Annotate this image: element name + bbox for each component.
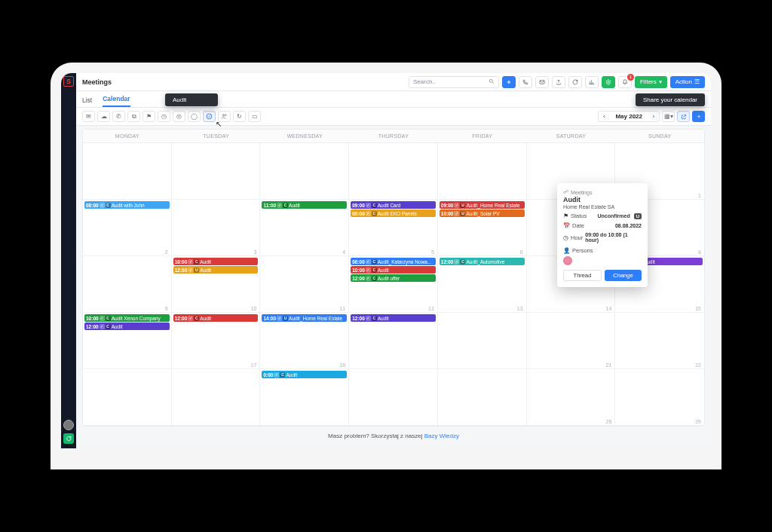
calendar-cell[interactable]: 10:00✓CAudit Xenon Company12:00✓CAudit <box>83 313 172 369</box>
flag-icon: ⚑ <box>563 212 568 219</box>
tool-camera-icon[interactable]: ⧉ <box>127 111 140 122</box>
tool-phone-icon[interactable]: ✆ <box>112 111 125 122</box>
calendar-event[interactable]: 08:00✓CAudit_Katarzyna Nowa... <box>351 258 436 265</box>
tab-list[interactable]: List <box>82 96 92 107</box>
hdr-sat: SATURDAY <box>527 130 616 142</box>
month-prev[interactable]: ‹ <box>599 113 609 120</box>
thread-button[interactable]: Thread <box>563 270 602 281</box>
calendar-cell[interactable] <box>83 369 172 426</box>
refresh-button[interactable] <box>568 76 582 88</box>
day-number: 21 <box>605 362 611 368</box>
calendar-event[interactable]: 14:00✓UAudit_Home Real Estate <box>262 314 347 322</box>
calendar-cell[interactable]: 0:00✓CAudit <box>260 369 349 426</box>
tool-people-icon[interactable] <box>218 111 231 122</box>
calendar-event[interactable]: 10:00✓CAudit <box>351 266 436 274</box>
search-input[interactable]: Search.. <box>409 76 499 88</box>
calendar-cell[interactable] <box>438 313 527 369</box>
calendar-event[interactable]: 10:00✓CAudit <box>173 258 259 265</box>
settings-button[interactable] <box>602 76 615 88</box>
tool-mail-icon[interactable]: ✉ <box>82 111 95 122</box>
calendar-event[interactable]: 08:00✓CAudit with John <box>84 201 170 209</box>
calendar-event[interactable]: 09:00✓CAudit EKO Panels <box>351 209 436 217</box>
calendar-cell[interactable] <box>349 369 438 426</box>
tool-flag-icon[interactable]: ⚑ <box>142 111 155 122</box>
change-button[interactable]: Change <box>605 270 642 281</box>
month-navigator: ‹ May 2022 › <box>598 111 660 122</box>
calendar-cell[interactable]: 208:00✓CAudit with John <box>83 200 172 256</box>
tooltip-share-calendar: Share your calendar <box>636 93 705 106</box>
user-avatar[interactable] <box>63 420 74 430</box>
calendar-cell[interactable]: 609:00✓UAudit_Home Real Estate10:00✓UAud… <box>438 200 527 256</box>
calendar-cell[interactable]: 11 <box>260 256 349 313</box>
tool-clock-icon[interactable]: ◷ <box>158 111 170 122</box>
calendar-cell[interactable]: 9 <box>83 256 172 313</box>
filters-button[interactable]: Filters ▾ <box>635 76 667 88</box>
calendar-cell[interactable]: 29 <box>615 369 704 426</box>
chat-button[interactable] <box>63 433 74 444</box>
calendar-event[interactable]: 10:00✓UAudit_Solar PV <box>440 209 525 217</box>
calendar-toolbar: ✉ ☁ ✆ ⧉ ⚑ ◷ ◎ ◯ ↻ ▭ ‹ May 2022 <box>76 108 711 126</box>
day-number: 9 <box>165 306 168 311</box>
add-button[interactable] <box>502 76 516 88</box>
phone-button[interactable] <box>519 76 532 88</box>
svg-point-0 <box>489 79 492 82</box>
calendar-cell[interactable]: 1712:00✓CAudit <box>172 313 261 369</box>
calendar-cell[interactable] <box>349 143 438 200</box>
calendar-cell[interactable]: 509:00✓CAudit Card09:00✓CAudit EKO Panel… <box>349 200 438 256</box>
calendar-event[interactable]: 12:00✓UAudit <box>173 266 259 274</box>
calendar-cell[interactable]: 3 <box>172 200 261 256</box>
calendar-cell[interactable]: 1208:00✓CAudit_Katarzyna Nowa...10:00✓CA… <box>349 256 438 313</box>
tool-circle-icon[interactable]: ◯ <box>188 111 201 122</box>
calendar-cell[interactable] <box>172 369 261 426</box>
calendar-cell[interactable] <box>260 143 349 200</box>
export-button[interactable] <box>552 76 565 88</box>
calendar-view-button[interactable]: ▦▾ <box>662 111 675 122</box>
calendar-event[interactable]: 09:00✓CAudit Card <box>351 201 436 209</box>
calendar-cell[interactable] <box>83 143 172 200</box>
add-event-button[interactable]: ＋ <box>692 111 705 122</box>
tool-cloud-icon[interactable]: ☁ <box>97 111 110 122</box>
calendar-cell[interactable]: 1010:00✓CAudit12:00✓UAudit <box>172 256 261 313</box>
day-number: 2 <box>165 249 168 255</box>
share-calendar-button[interactable] <box>677 111 690 122</box>
calendar-event[interactable]: 10:00✓CAudit Xenon Company <box>84 314 170 322</box>
footer-link[interactable]: Bazy Wiedzy <box>424 433 459 439</box>
calendar-event[interactable]: 0:00✓CAudit <box>262 371 347 378</box>
calendar-event[interactable]: 11:00✓CAudit <box>262 201 347 209</box>
calendar-cell[interactable]: 411:00✓CAudit <box>260 200 349 256</box>
calendar-event[interactable]: 09:00✓UAudit_Home Real Estate <box>440 201 525 209</box>
tab-calendar[interactable]: Calendar <box>103 95 130 107</box>
day-number: 1 <box>698 193 701 198</box>
mail-button[interactable] <box>535 76 549 88</box>
tool-video-icon[interactable]: ▭ <box>248 111 261 122</box>
notifications-button[interactable] <box>618 76 632 88</box>
calendar-cell[interactable]: 1312:00✓CAudit_Automotive <box>438 256 527 313</box>
calendar-event[interactable]: 12:00✓CAudit <box>173 314 259 322</box>
calendar-cell[interactable] <box>172 143 261 200</box>
day-number: 12 <box>428 306 434 311</box>
tool-audit-icon[interactable] <box>203 111 216 122</box>
day-number: 8 <box>698 249 701 255</box>
month-label[interactable]: May 2022 <box>609 113 648 120</box>
action-button[interactable]: Action ☰ <box>670 76 705 88</box>
calendar-cell[interactable]: 22 <box>615 313 704 369</box>
month-next[interactable]: › <box>648 113 659 120</box>
stats-button[interactable] <box>585 76 599 88</box>
action-label: Action <box>676 78 692 85</box>
calendar-event[interactable]: 12:00✓CAudit <box>84 323 170 330</box>
calendar-cell[interactable]: 1814:00✓UAudit_Home Real Estate <box>260 313 349 369</box>
person-avatar[interactable] <box>563 256 572 265</box>
calendar-cell[interactable] <box>438 143 527 200</box>
search-placeholder: Search.. <box>413 78 486 85</box>
calendar-cell[interactable]: 12:00✓CAudit <box>349 313 438 369</box>
calendar-cell[interactable]: 21 <box>527 313 616 369</box>
calendar-event[interactable]: 12:00✓CAudit offer <box>351 274 436 282</box>
calendar-event[interactable]: 12:00✓CAudit_Automotive <box>440 258 525 265</box>
tool-sync-icon[interactable]: ↻ <box>233 111 246 122</box>
calendar-cell[interactable]: 28 <box>527 369 616 426</box>
calendar-event[interactable]: 12:00✓CAudit <box>351 314 436 322</box>
calendar-cell[interactable] <box>438 369 527 426</box>
app-logo[interactable]: S <box>63 76 74 87</box>
tool-target-icon[interactable]: ◎ <box>173 111 185 122</box>
event-popover: ☍ Meetings Audit Home Real Estate SA ⚑ S… <box>557 183 648 287</box>
